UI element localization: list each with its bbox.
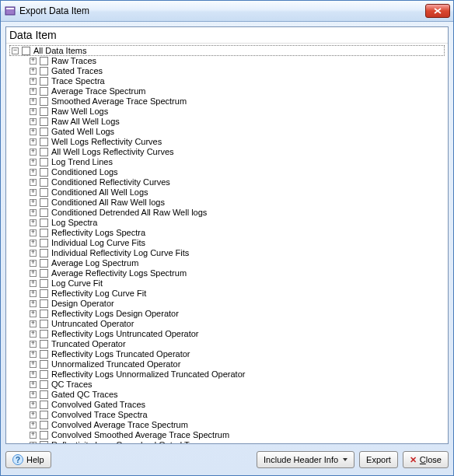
checkbox[interactable] [40,107,48,116]
tree-root-row[interactable]: − All Data Items [9,45,445,56]
tree-item[interactable]: +Average Trace Spectrum [30,86,445,96]
expander-icon[interactable]: + [30,209,37,216]
checkbox[interactable] [40,269,48,278]
tree-item[interactable]: +Average Reflectivity Logs Spectrum [30,268,445,278]
checkbox[interactable] [40,168,48,177]
expander-icon[interactable]: + [30,88,37,95]
include-header-button[interactable]: Include Header Info [257,451,354,468]
tree-item[interactable]: +Gated QC Traces [30,390,445,400]
checkbox[interactable] [40,380,48,389]
checkbox[interactable] [40,77,48,86]
expander-icon[interactable]: + [30,432,37,439]
tree-item[interactable]: +Conditioned All Well Logs [30,187,445,198]
checkbox[interactable] [40,148,48,156]
tree-item[interactable]: +Gated Well Logs [30,127,445,137]
checkbox[interactable] [40,340,48,348]
checkbox[interactable] [40,279,48,288]
expander-icon[interactable]: + [30,381,37,388]
expander-icon[interactable]: + [30,411,37,418]
tree-item[interactable]: +Log Trend Lines [30,157,445,167]
tree-item[interactable]: +Reflectivity Logs Unnormalized Truncate… [30,369,445,380]
tree-item[interactable]: +Unnormalized Truncated Operator [30,359,445,369]
tree-item[interactable]: +Convolved Trace Spectra [30,410,445,420]
tree-item[interactable]: +Smoothed Average Trace Spectrum [30,96,445,107]
checkbox[interactable] [40,421,48,429]
tree-item[interactable]: +Convolved Average Trace Spectrum [30,420,445,430]
tree-item[interactable]: +Raw All Well Logs [30,117,445,127]
tree-item[interactable]: +Reflectivity Logs Convolved Gated Trace… [30,440,445,443]
tree-item[interactable]: +Average Log Spectrum [30,258,445,268]
expander-icon[interactable]: + [30,401,37,408]
expander-icon[interactable]: + [30,371,37,378]
checkbox[interactable] [40,360,48,369]
checkbox[interactable] [40,289,48,298]
tree-item[interactable]: +Truncated Operator [30,339,445,349]
expander-icon[interactable]: + [30,310,37,317]
checkbox[interactable] [40,390,48,399]
tree-item[interactable]: +All Well Logs Reflectivity Curves [30,147,445,157]
checkbox[interactable] [40,411,48,419]
expander-icon[interactable]: + [30,78,37,85]
checkbox[interactable] [40,67,48,75]
tree-item[interactable]: +Conditioned All Raw Well logs [30,198,445,208]
expander-icon[interactable]: + [30,361,37,368]
expander-icon[interactable]: + [30,138,37,145]
expander-icon[interactable]: + [30,189,37,196]
checkbox[interactable] [40,249,48,257]
tree-item[interactable]: +Reflectivity Logs Truncated Operator [30,349,445,359]
expander-icon[interactable]: + [30,331,37,338]
expander-icon[interactable]: + [30,270,37,277]
checkbox[interactable] [40,320,48,328]
expander-icon[interactable]: + [30,442,37,443]
checkbox[interactable] [40,97,48,106]
expander-icon[interactable]: + [30,149,37,156]
tree-item[interactable]: +Reflectivity Logs Design Operator [30,309,445,319]
checkbox[interactable] [40,401,48,409]
checkbox[interactable] [40,350,48,359]
checkbox[interactable] [40,87,48,96]
checkbox[interactable] [40,229,48,237]
checkbox[interactable] [40,299,48,308]
tree-item[interactable]: +Untruncated Operator [30,319,445,329]
expander-icon[interactable]: − [12,47,19,54]
expander-icon[interactable]: + [30,391,37,398]
tree-item[interactable]: +Well Logs Reflectivity Curves [30,137,445,147]
checkbox[interactable] [40,259,48,268]
tree-item[interactable]: +Reflectivity Logs Spectra [30,228,445,238]
expander-icon[interactable]: + [30,229,37,236]
export-button[interactable]: Export [359,451,398,468]
expander-icon[interactable]: + [30,159,37,166]
tree-item[interactable]: +Gated Traces [30,66,445,76]
tree[interactable]: − All Data Items +Raw Traces+Gated Trace… [6,43,448,443]
expander-icon[interactable]: + [30,280,37,287]
tree-item[interactable]: +Individual Log Curve Fits [30,238,445,248]
checkbox[interactable] [40,370,48,379]
checkbox[interactable] [40,310,48,318]
tree-item[interactable]: +Raw Well Logs [30,107,445,117]
checkbox[interactable] [22,47,30,55]
tree-item[interactable]: +Reflectivity Logs Untruncated Operator [30,329,445,339]
expander-icon[interactable]: + [30,58,37,65]
tree-item[interactable]: +Log Curve Fit [30,278,445,289]
help-button[interactable]: ? Help [5,451,51,468]
tree-item[interactable]: +Reflectivity Log Curve Fit [30,289,445,299]
checkbox[interactable] [40,188,48,197]
tree-item[interactable]: +Individual Reflectivity Log Curve Fits [30,248,445,258]
expander-icon[interactable]: + [30,179,37,186]
tree-item[interactable]: +Raw Traces [30,56,445,66]
expander-icon[interactable]: + [30,219,37,226]
checkbox[interactable] [40,178,48,187]
expander-icon[interactable]: + [30,320,37,327]
expander-icon[interactable]: + [30,351,37,358]
checkbox[interactable] [40,219,48,227]
checkbox[interactable] [40,239,48,247]
expander-icon[interactable]: + [30,341,37,348]
expander-icon[interactable]: + [30,118,37,125]
expander-icon[interactable]: + [30,169,37,176]
tree-item[interactable]: +Conditioned Reflectivity Curves [30,177,445,187]
close-button[interactable]: ✕ Close [403,451,449,468]
expander-icon[interactable]: + [30,422,37,429]
expander-icon[interactable]: + [30,260,37,267]
tree-item[interactable]: +Conditioned Logs [30,167,445,177]
tree-item[interactable]: +Conditioned Detrended All Raw Well logs [30,208,445,218]
